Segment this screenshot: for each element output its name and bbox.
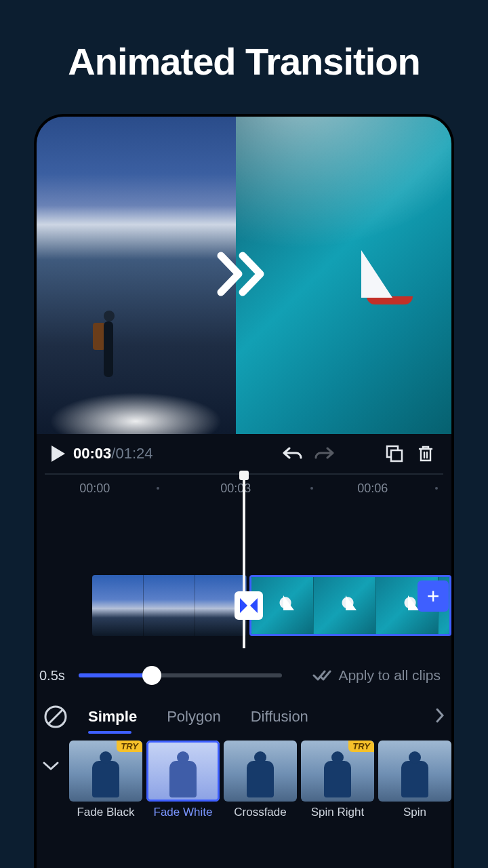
transition-list: TRYFade BlackFade WhiteCrossfadeTRYSpin … bbox=[37, 735, 451, 850]
transition-label: Crossfade bbox=[234, 806, 286, 819]
transition-label: Spin Right bbox=[311, 806, 364, 819]
device-frame: 00:03/01:24 00:00 00:03 00:06 bbox=[34, 114, 454, 868]
svg-marker-4 bbox=[250, 598, 258, 613]
apply-all-label: Apply to all clips bbox=[338, 667, 441, 684]
try-badge: TRY bbox=[348, 741, 374, 752]
collapse-panel-button[interactable] bbox=[37, 741, 65, 850]
category-tab-simple[interactable]: Simple bbox=[73, 703, 152, 731]
undo-button[interactable] bbox=[281, 441, 305, 466]
transition-label: Spin bbox=[403, 806, 426, 819]
apply-all-button[interactable]: Apply to all clips bbox=[312, 667, 441, 684]
ruler-tick bbox=[435, 487, 438, 490]
ruler-tick bbox=[157, 487, 159, 490]
transition-label: Fade Black bbox=[77, 806, 134, 819]
playback-bar: 00:03/01:24 bbox=[37, 434, 451, 473]
transition-label: Fade White bbox=[154, 806, 213, 819]
no-transition-button[interactable] bbox=[41, 702, 70, 732]
svg-marker-3 bbox=[240, 598, 247, 613]
transition-card[interactable]: Spin bbox=[378, 741, 451, 850]
delete-button[interactable] bbox=[413, 441, 438, 466]
scroll-right-icon[interactable] bbox=[435, 707, 447, 726]
ruler-mark: 00:06 bbox=[357, 481, 388, 496]
duration-row: 0.5s Apply to all clips bbox=[37, 658, 451, 693]
category-tab-polygon[interactable]: Polygon bbox=[152, 703, 236, 731]
transition-thumb bbox=[378, 741, 451, 802]
total-time: 01:24 bbox=[115, 445, 152, 462]
check-all-icon bbox=[312, 669, 331, 682]
add-clip-button[interactable]: + bbox=[418, 580, 449, 612]
transition-thumb: TRY bbox=[69, 741, 142, 802]
video-preview[interactable] bbox=[37, 117, 451, 434]
redo-button[interactable] bbox=[312, 441, 336, 466]
svg-marker-0 bbox=[52, 446, 65, 462]
ruler-mark: 00:03 bbox=[220, 481, 251, 496]
transition-category-tabs: SimplePolygonDiffusion bbox=[37, 693, 451, 735]
transition-arrows-icon bbox=[216, 250, 272, 300]
copy-button[interactable] bbox=[382, 441, 407, 466]
category-tab-diffusion[interactable]: Diffusion bbox=[236, 703, 323, 731]
sailboat-figure bbox=[367, 250, 413, 304]
ruler-tick bbox=[310, 487, 313, 490]
transition-card[interactable]: Crossfade bbox=[224, 741, 297, 850]
page-title: Animated Transition bbox=[0, 0, 488, 106]
transition-card[interactable]: TRYFade Black bbox=[69, 741, 142, 850]
current-time: 00:03 bbox=[73, 445, 111, 462]
try-badge: TRY bbox=[117, 741, 142, 752]
duration-value: 0.5s bbox=[39, 668, 70, 684]
transition-thumb: TRY bbox=[301, 741, 374, 802]
clip-a[interactable] bbox=[92, 575, 247, 636]
transition-marker[interactable] bbox=[235, 591, 263, 620]
transition-card[interactable]: TRYSpin Right bbox=[301, 741, 374, 850]
svg-rect-2 bbox=[391, 450, 402, 461]
transition-thumb bbox=[224, 741, 297, 802]
transition-card[interactable]: Fade White bbox=[146, 741, 220, 850]
transition-thumb bbox=[146, 741, 220, 802]
svg-line-6 bbox=[48, 709, 63, 724]
duration-slider[interactable] bbox=[79, 667, 282, 684]
timeline[interactable]: + bbox=[37, 502, 451, 658]
hiker-figure bbox=[97, 289, 127, 377]
playhead[interactable] bbox=[243, 475, 245, 648]
play-button[interactable] bbox=[50, 445, 66, 462]
time-display: 00:03/01:24 bbox=[73, 445, 152, 462]
ruler-mark: 00:00 bbox=[79, 481, 110, 496]
